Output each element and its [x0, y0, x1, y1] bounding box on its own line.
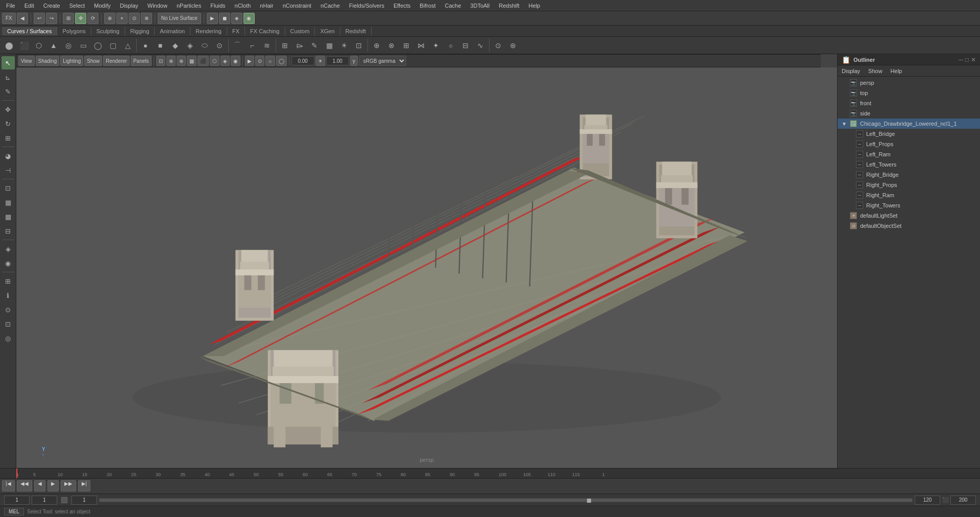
vis-icon-mesh[interactable]: ─	[856, 151, 863, 158]
vp-transform[interactable]: ⊗	[177, 56, 186, 66]
live-surface-btn[interactable]: No Live Surface	[158, 13, 201, 24]
light-icon[interactable]: ☀	[337, 38, 351, 53]
outliner-item-right-ram[interactable]: ─ Right_Ram	[838, 190, 980, 200]
end-frame-input[interactable]	[915, 496, 940, 505]
move-tool[interactable]: ✥	[2, 103, 15, 116]
vis-icon-group[interactable]: 🔧	[850, 120, 857, 127]
outliner-menu-help[interactable]: Help	[889, 67, 904, 75]
blendshape-icon[interactable]: ⟐	[444, 38, 458, 53]
constraint-icon[interactable]: ⊞	[399, 38, 413, 53]
menu-fluids[interactable]: Fluids	[206, 2, 229, 10]
vis-icon-mesh[interactable]: ─	[856, 171, 863, 178]
tab-xgen[interactable]: XGen	[315, 27, 340, 35]
outliner-item-left-ram[interactable]: ─ Left_Ram	[838, 149, 980, 159]
menu-help[interactable]: Help	[525, 2, 545, 10]
vp-wireframe[interactable]: ▦	[187, 56, 197, 66]
vp-panels-menu[interactable]: Panels	[131, 56, 152, 66]
snap-surface[interactable]: ⊗	[141, 13, 152, 24]
undo-btn[interactable]: ↩	[34, 13, 45, 24]
render-3[interactable]: ◈	[231, 13, 242, 24]
menu-select[interactable]: Select	[65, 2, 89, 10]
vp-renderer-menu[interactable]: Renderer	[103, 56, 130, 66]
tab-curves-surfaces[interactable]: Curves / Surfaces	[2, 27, 57, 35]
menu-cache[interactable]: Cache	[441, 2, 465, 10]
joint-icon[interactable]: ⊕	[370, 38, 384, 53]
outliner-item-obj-set[interactable]: ⊙ defaultObjectSet	[838, 221, 980, 231]
vis-icon[interactable]: 📷	[850, 79, 857, 86]
nonlinear-icon[interactable]: ∿	[473, 38, 487, 53]
outliner-item-right-towers[interactable]: ─ Right_Towers	[838, 200, 980, 210]
vp-view-menu[interactable]: View	[18, 56, 35, 66]
gamma-input[interactable]	[326, 56, 349, 65]
snap-point[interactable]: ⊙	[129, 13, 140, 24]
plane-icon[interactable]: ▭	[76, 38, 90, 53]
current-frame-input[interactable]	[32, 496, 57, 505]
vis-icon-set[interactable]: ☀	[850, 212, 857, 219]
cone-icon[interactable]: ▲	[46, 38, 61, 53]
isolate[interactable]: ⊙	[2, 303, 15, 316]
vp-vis-3[interactable]: ☼	[265, 56, 275, 66]
play-fwd-btn[interactable]: ▶	[47, 480, 59, 491]
solid-box-icon[interactable]: ■	[153, 38, 167, 53]
diamond-icon[interactable]: ◆	[168, 38, 182, 53]
curve-straight-icon[interactable]: ⌐	[245, 38, 259, 53]
cylinder-icon[interactable]: ⬡	[32, 38, 46, 53]
menu-ncloth[interactable]: nCloth	[231, 2, 255, 10]
tab-polygons[interactable]: Polygons	[57, 27, 91, 35]
nurbs-sphere-icon[interactable]: ◯	[91, 38, 105, 53]
vis-icon-set2[interactable]: ⊙	[850, 222, 857, 229]
vis-icon-mesh[interactable]: ─	[856, 192, 863, 199]
vis-icon[interactable]: 📷	[850, 89, 857, 97]
vp-vis-2[interactable]: ⊙	[255, 56, 264, 66]
render-4[interactable]: ◉	[243, 13, 255, 24]
vis-icon-mesh[interactable]: ─	[856, 130, 863, 137]
camera-icon[interactable]: ⊡	[352, 38, 366, 53]
vp-xray[interactable]: ◉	[231, 56, 240, 66]
tab-sculpting[interactable]: Sculpting	[91, 27, 125, 35]
vp-vis-1[interactable]: ▶	[245, 56, 254, 66]
vp-smooth[interactable]: ⬛	[198, 56, 209, 66]
outliner-item-right-props[interactable]: ─ Right_Props	[838, 180, 980, 190]
vp-show-menu[interactable]: Show	[84, 56, 102, 66]
menu-effects[interactable]: Effects	[389, 2, 414, 10]
lasso-tool[interactable]: ⊾	[2, 70, 15, 84]
fx-dropdown[interactable]: FX	[2, 13, 16, 24]
outliner-item-light-set[interactable]: ☀ defaultLightSet	[838, 210, 980, 221]
color-profile[interactable]: sRGB gamma	[359, 56, 406, 66]
outliner-item-chicago[interactable]: ▼ 🔧 Chicago_Drawbridge_Lowered_ncl1_1	[838, 119, 980, 129]
outliner-menu-display[interactable]: Display	[840, 67, 862, 75]
outliner-item-side[interactable]: 📷 side	[838, 108, 980, 119]
exposure-input[interactable]	[291, 56, 314, 65]
vp-subdiv[interactable]: ⬡	[210, 56, 219, 66]
solid-sphere-icon[interactable]: ●	[138, 38, 153, 53]
ring-icon[interactable]: ⊙	[212, 38, 227, 53]
menu-bifrost[interactable]: Bifrost	[415, 2, 439, 10]
vis-icon-mesh[interactable]: ─	[856, 140, 863, 148]
vp-crease[interactable]: ◈	[220, 56, 230, 66]
frame-all[interactable]: ⊡	[2, 317, 15, 331]
menu-create[interactable]: Create	[39, 2, 64, 10]
lattice-icon[interactable]: ⊟	[458, 38, 473, 53]
display-mode-3[interactable]: ▩	[2, 210, 15, 223]
go-end-btn[interactable]: ▶|	[78, 480, 91, 491]
menu-redshift[interactable]: Redshift	[495, 2, 523, 10]
vp-shading-menu[interactable]: Shading	[36, 56, 60, 66]
rotate-tool[interactable]: ↻	[2, 117, 15, 130]
menu-nparticles[interactable]: nParticles	[173, 2, 205, 10]
mesh-tools-icon[interactable]: ⊞	[278, 38, 292, 53]
display-mode-1[interactable]: ⊡	[2, 181, 15, 195]
outliner-item-left-props[interactable]: ─ Left_Props	[838, 139, 980, 149]
menu-edit[interactable]: Edit	[20, 2, 38, 10]
viewport[interactable]: persp Y ↑	[16, 67, 837, 468]
render-2[interactable]: ◼	[219, 13, 230, 24]
play-back-btn[interactable]: ◀	[34, 480, 45, 491]
step-back-btn[interactable]: ◀◀	[17, 480, 32, 491]
vis-icon-mesh[interactable]: ─	[856, 181, 863, 189]
tab-fx[interactable]: FX	[227, 27, 245, 35]
soft-select[interactable]: ◕	[2, 149, 15, 162]
transform-3[interactable]: ⟳	[87, 13, 99, 24]
capsule-icon[interactable]: ⬭	[198, 38, 212, 53]
transform-2[interactable]: ✥	[75, 13, 86, 24]
outliner-minimize[interactable]: ─	[959, 56, 963, 63]
tab-animation[interactable]: Animation	[155, 27, 190, 35]
